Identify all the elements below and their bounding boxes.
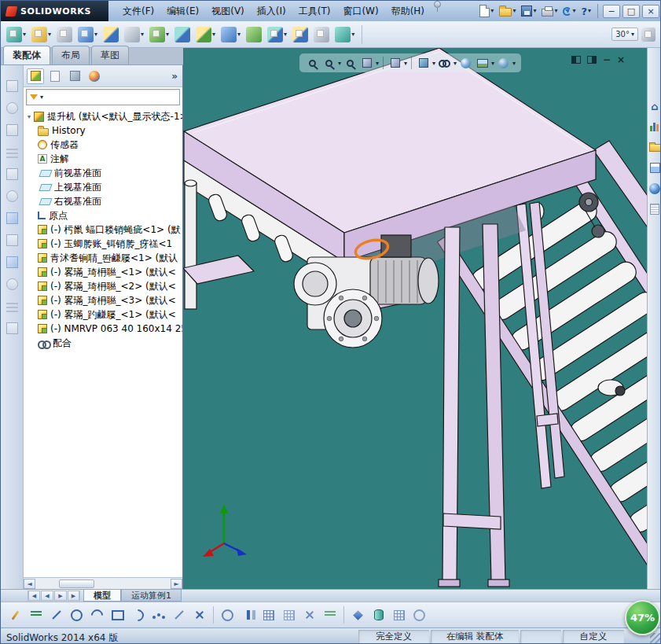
dropdown-arrow-icon[interactable]: ▾: [454, 60, 457, 67]
instant3d-button[interactable]: [413, 609, 426, 622]
window-restore-button[interactable]: □: [622, 5, 640, 18]
previous-view-button[interactable]: [343, 56, 358, 71]
propertymanager-tab[interactable]: [46, 68, 64, 84]
tree-item-component-6[interactable]: (-) 畧璊_琦枏聮_<3> (默认<: [26, 293, 182, 307]
file-explorer-button[interactable]: [648, 141, 661, 154]
hide-show-items-button[interactable]: [437, 56, 452, 71]
open-button[interactable]: ▾: [498, 5, 517, 17]
show-hidden-components-button[interactable]: [174, 26, 191, 43]
tree-item-annotations[interactable]: 注解: [26, 152, 182, 166]
table-tool-button[interactable]: [282, 609, 296, 622]
tree-item-origin[interactable]: 原点: [26, 208, 182, 223]
move-component-button[interactable]: ▾: [149, 26, 170, 43]
model-3d[interactable]: [183, 48, 647, 589]
spline-tool-button[interactable]: [131, 609, 145, 622]
menu-item-tools[interactable]: 工具(T): [292, 1, 337, 22]
panel-horizontal-scrollbar[interactable]: ◄ ►: [24, 577, 182, 589]
display-pane-right-button[interactable]: [587, 56, 597, 64]
tree-item-component-5[interactable]: (-) 畧璊_琦枏聮_<2> (默认<: [26, 279, 182, 293]
linear-component-pattern-button[interactable]: ▾: [77, 26, 98, 43]
left-toolbar-button[interactable]: [3, 100, 20, 116]
menu-item-view[interactable]: 视图(V): [205, 1, 251, 22]
plane-tool-button[interactable]: [351, 609, 365, 622]
left-toolbar-button[interactable]: [3, 166, 20, 182]
display-style-button[interactable]: [416, 56, 431, 71]
featuremanager-tab[interactable]: [27, 68, 44, 84]
cylinder-tool-button[interactable]: [372, 609, 385, 622]
rectangle-tool-button[interactable]: [111, 609, 124, 622]
dropdown-arrow-icon[interactable]: ▾: [166, 31, 169, 38]
trim-entities-button[interactable]: [193, 609, 206, 622]
smart-fasteners-button[interactable]: [102, 26, 119, 43]
view-orientation-button[interactable]: [387, 56, 402, 71]
left-toolbar-button[interactable]: [3, 320, 20, 336]
save-button[interactable]: ▾: [520, 5, 538, 17]
document-close-button[interactable]: ×: [617, 55, 625, 64]
preview-window-button[interactable]: ▾: [123, 26, 145, 43]
undo-button[interactable]: ▾: [561, 6, 577, 17]
dropdown-arrow-icon[interactable]: ▾: [351, 31, 354, 38]
dropdown-arrow-icon[interactable]: ▾: [588, 8, 591, 14]
menu-item-window[interactable]: 窗口(W): [336, 1, 384, 22]
scroll-left-button[interactable]: ◄: [24, 579, 35, 589]
dropdown-arrow-icon[interactable]: ▾: [491, 60, 494, 67]
menu-item-help[interactable]: 帮助(H): [385, 1, 431, 22]
configurationmanager-tab[interactable]: [66, 68, 83, 84]
display-pane-left-button[interactable]: [571, 56, 581, 64]
left-toolbar-button[interactable]: [3, 276, 20, 292]
scrollbar-thumb[interactable]: [59, 580, 94, 588]
tree-item-top-plane[interactable]: 上视基准面: [26, 180, 182, 194]
apply-scene-button[interactable]: [475, 56, 490, 71]
tab-nav-last-button[interactable]: ▶: [68, 591, 80, 601]
menu-item-file[interactable]: 文件(F): [116, 1, 160, 22]
print-button[interactable]: ▾: [540, 5, 559, 17]
left-toolbar-button[interactable]: [3, 254, 20, 270]
tree-item-component-2[interactable]: (-) 玉蝍䏝账_铒销䏝_疨禚<1: [26, 237, 182, 251]
dropdown-arrow-icon[interactable]: ▾: [404, 60, 407, 67]
dropdown-arrow-icon[interactable]: ▾: [554, 8, 557, 14]
graphics-area[interactable]: ▾ ▾ ▾ ▾ ▾ ▾ ▾ − ×: [183, 48, 647, 589]
tree-item-sensors[interactable]: 传感器: [26, 138, 182, 152]
menu-item-insert[interactable]: 插入(I): [251, 1, 292, 22]
custom-properties-button[interactable]: [648, 202, 661, 215]
left-toolbar-button[interactable]: [3, 232, 20, 248]
tab-assembly[interactable]: 装配体: [3, 46, 50, 64]
tree-item-history[interactable]: History: [26, 123, 182, 138]
help-button[interactable]: ?▾: [579, 5, 593, 18]
left-toolbar-button[interactable]: [3, 144, 20, 160]
point-tool-button[interactable]: [152, 609, 165, 622]
dropdown-arrow-icon[interactable]: ▾: [432, 60, 435, 67]
menu-item-edit[interactable]: 编辑(E): [160, 1, 205, 22]
tab-sketch[interactable]: 草图: [91, 46, 129, 64]
roller-end-cap[interactable]: [598, 380, 625, 396]
dropdown-arrow-icon[interactable]: ▾: [533, 8, 536, 14]
interference-detection-button[interactable]: ▾: [334, 26, 355, 43]
tree-item-mates[interactable]: 配合: [26, 336, 182, 350]
tab-model[interactable]: 模型: [83, 590, 121, 602]
insert-components-button[interactable]: ▾: [6, 26, 27, 43]
tree-item-component-1[interactable]: (-) 杇巤 蝠口耧销蝇疵<1> (默: [26, 223, 182, 237]
window-minimize-button[interactable]: −: [603, 5, 620, 18]
dropdown-arrow-icon[interactable]: ▾: [376, 60, 379, 67]
left-toolbar-button[interactable]: [3, 210, 20, 226]
document-minimize-button[interactable]: −: [603, 55, 611, 64]
filter-funnel-icon[interactable]: [30, 94, 38, 100]
appearances-scenes-button[interactable]: [648, 182, 661, 195]
tab-nav-first-button[interactable]: ◀: [28, 591, 40, 601]
new-document-button[interactable]: ▾: [478, 4, 495, 18]
arc-tool-button[interactable]: [90, 609, 104, 622]
dropdown-arrow-icon[interactable]: ▾: [284, 31, 287, 38]
tree-item-right-plane[interactable]: 右视基准面: [26, 194, 182, 208]
dropdown-arrow-icon[interactable]: ▾: [512, 60, 516, 67]
filter-field[interactable]: [46, 92, 176, 102]
display-relations-button[interactable]: [323, 609, 336, 622]
mate-button[interactable]: [56, 26, 73, 43]
left-toolbar-button[interactable]: [3, 298, 20, 314]
tree-item-component-8[interactable]: (-) NMRVP 063 40 160x14 25 NC: [26, 322, 182, 336]
tree-item-front-plane[interactable]: 前视基准面: [26, 166, 182, 180]
tab-nav-prev-button[interactable]: ◀: [41, 591, 53, 601]
dropdown-arrow-icon[interactable]: ▾: [141, 31, 144, 38]
linear-sketch-pattern-button[interactable]: [262, 609, 275, 622]
scroll-right-button[interactable]: ►: [171, 579, 182, 589]
design-library-button[interactable]: [648, 120, 661, 134]
